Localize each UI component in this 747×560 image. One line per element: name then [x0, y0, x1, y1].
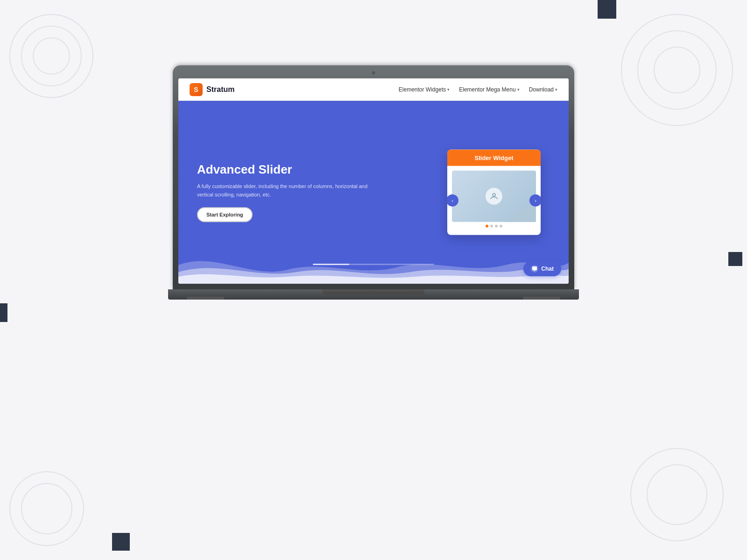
nav-links: Elementor Widgets ▾ Elementor Mega Menu …	[399, 86, 557, 93]
nav-link-download[interactable]: Download ▾	[529, 86, 557, 93]
slider-image-triangle	[503, 203, 536, 222]
logo-letter: S	[194, 86, 198, 93]
hero-title: Advanced Slider	[197, 162, 384, 177]
logo-icon: S	[190, 83, 203, 96]
hero-left: Advanced Slider A fully customizable sli…	[197, 162, 384, 222]
logo-text: Stratum	[206, 85, 234, 94]
slider-next-button[interactable]: ›	[529, 195, 541, 207]
slider-dots	[452, 222, 536, 231]
navbar: S Stratum Elementor Widgets ▾ Elementor …	[178, 78, 569, 101]
slider-dot-3[interactable]	[495, 225, 498, 228]
deco-rect-1	[598, 0, 616, 19]
laptop-lid: S Stratum Elementor Widgets ▾ Elementor …	[173, 65, 574, 289]
chevron-right-icon: ›	[535, 198, 536, 203]
chevron-down-icon-1: ▾	[447, 87, 450, 92]
laptop-base	[168, 289, 579, 300]
nav-link-label-3: Download	[529, 86, 554, 93]
slider-progress-fill	[313, 264, 349, 265]
slider-dot-2[interactable]	[490, 225, 493, 228]
laptop-foot-left	[187, 297, 224, 300]
nav-link-label-2: Elementor Mega Menu	[459, 86, 515, 93]
chat-icon	[531, 265, 538, 273]
deco-circle-bl-2	[21, 483, 72, 534]
chat-button[interactable]: Chat	[523, 261, 561, 276]
laptop: S Stratum Elementor Widgets ▾ Elementor …	[168, 65, 579, 300]
slider-widget-header: Slider Widget	[447, 150, 541, 166]
svg-point-0	[493, 194, 495, 196]
laptop-screen: S Stratum Elementor Widgets ▾ Elementor …	[178, 78, 569, 284]
deco-rect-3	[0, 303, 7, 322]
deco-circle-tr-3	[654, 47, 700, 93]
image-icon	[486, 188, 502, 205]
deco-rect-4	[112, 533, 130, 551]
laptop-foot-right	[523, 297, 560, 300]
deco-rect-2	[728, 252, 742, 266]
logo-area: S Stratum	[190, 83, 234, 96]
chevron-left-icon: ‹	[451, 198, 453, 203]
hero-wave	[178, 246, 569, 284]
laptop-hinge	[322, 289, 425, 294]
chevron-down-icon-2: ▾	[517, 87, 520, 92]
slider-dot-1[interactable]	[486, 225, 488, 228]
website: S Stratum Elementor Widgets ▾ Elementor …	[178, 78, 569, 284]
nav-link-label-1: Elementor Widgets	[399, 86, 446, 93]
slider-card-body: ‹ ›	[447, 166, 541, 235]
nav-link-mega-menu[interactable]: Elementor Mega Menu ▾	[459, 86, 519, 93]
chat-label: Chat	[541, 266, 554, 272]
deco-circle-tl-3	[33, 37, 70, 75]
nav-link-elementor-widgets[interactable]: Elementor Widgets ▾	[399, 86, 450, 93]
hero-description: A fully customizable slider, including t…	[197, 182, 384, 199]
slider-image-placeholder	[452, 171, 536, 222]
slider-progress-bar	[313, 264, 434, 265]
slider-widget-card: Slider Widget	[447, 150, 541, 235]
laptop-camera	[372, 71, 375, 75]
chevron-down-icon-3: ▾	[555, 87, 557, 92]
start-exploring-button[interactable]: Start Exploring	[197, 207, 253, 222]
deco-circle-br-2	[647, 464, 707, 525]
slider-dot-4[interactable]	[500, 225, 502, 228]
hero-section: Advanced Slider A fully customizable sli…	[178, 101, 569, 284]
